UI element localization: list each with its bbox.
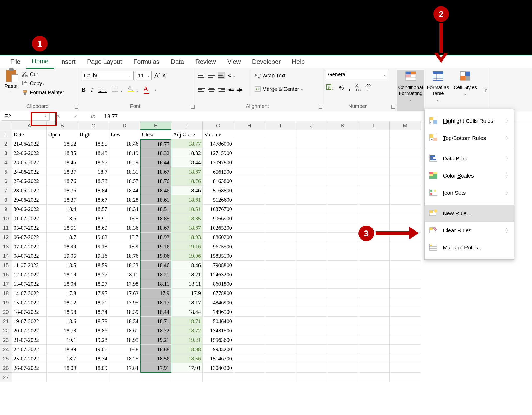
cell[interactable]: 18.67 (140, 167, 171, 176)
decrease-decimal-button[interactable]: .00.0 (365, 83, 371, 92)
cell[interactable]: 18.58 (47, 307, 78, 317)
row-header[interactable]: 2 (0, 139, 12, 148)
cell[interactable]: 21-07-2022 (12, 335, 47, 345)
cell[interactable]: 15-07-2022 (12, 298, 47, 307)
cell[interactable] (327, 298, 358, 307)
cell[interactable]: 22-06-2022 (12, 148, 47, 158)
cell[interactable] (390, 335, 421, 345)
cell[interactable] (265, 130, 296, 139)
col-header-H[interactable]: H (234, 121, 265, 130)
row-header[interactable]: 4 (0, 158, 12, 167)
tab-data[interactable]: Data (165, 55, 190, 68)
cell[interactable] (234, 205, 265, 214)
cell[interactable] (390, 261, 421, 270)
cell[interactable]: 18.71 (140, 317, 171, 326)
cell[interactable] (327, 158, 358, 167)
cell[interactable] (327, 167, 358, 176)
col-header-F[interactable]: F (171, 121, 203, 130)
cell[interactable] (296, 205, 327, 214)
cell[interactable] (296, 354, 327, 363)
cell[interactable] (296, 176, 327, 186)
cell[interactable]: 5126600 (203, 195, 234, 205)
cell[interactable]: 18.36 (109, 223, 140, 233)
cell[interactable] (390, 363, 421, 373)
cell[interactable] (390, 130, 421, 139)
cell[interactable] (171, 373, 203, 382)
row-header[interactable]: 25 (0, 354, 12, 363)
row-header[interactable]: 16 (0, 270, 12, 279)
cell[interactable] (296, 148, 327, 158)
cell[interactable] (358, 158, 390, 167)
cell[interactable]: 18.74 (78, 307, 109, 317)
cell[interactable]: 17.9 (171, 289, 203, 298)
cell[interactable]: 6778800 (203, 289, 234, 298)
cell[interactable]: 11-07-2022 (12, 261, 47, 270)
cell[interactable] (358, 326, 390, 335)
tab-formulas[interactable]: Formulas (128, 55, 165, 68)
cell[interactable]: 18.28 (109, 195, 140, 205)
percent-button[interactable]: % (339, 84, 344, 91)
cell[interactable]: 18.46 (140, 186, 171, 195)
cell[interactable] (327, 317, 358, 326)
cell[interactable]: 18.72 (140, 326, 171, 335)
cell[interactable] (47, 373, 78, 382)
cell[interactable]: 18.86 (78, 326, 109, 335)
cell[interactable] (265, 326, 296, 335)
align-center-button[interactable] (208, 86, 215, 93)
cell[interactable]: 18.37 (47, 167, 78, 176)
cell[interactable]: 28-06-2022 (12, 186, 47, 195)
cell[interactable]: Adj Close (171, 130, 203, 139)
tab-page-layout[interactable]: Page Layout (81, 55, 128, 68)
cell[interactable]: 18.67 (171, 223, 203, 233)
cell[interactable] (390, 354, 421, 363)
increase-decimal-button[interactable]: .0.00 (355, 83, 361, 92)
cell[interactable] (296, 139, 327, 148)
cell[interactable] (234, 270, 265, 279)
cell[interactable] (358, 186, 390, 195)
cell[interactable] (296, 363, 327, 373)
tab-help[interactable]: Help (286, 55, 310, 68)
cell[interactable] (265, 345, 296, 354)
cell[interactable] (390, 242, 421, 251)
cell[interactable]: 18.44 (140, 307, 171, 317)
cell[interactable]: 18.21 (78, 298, 109, 307)
cell[interactable] (327, 233, 358, 242)
col-header-K[interactable]: K (327, 121, 358, 130)
cell[interactable]: 18.52 (47, 139, 78, 148)
cell[interactable]: 18.77 (140, 139, 171, 148)
cell[interactable]: 18.7 (78, 167, 109, 176)
cell[interactable] (390, 345, 421, 354)
cell[interactable] (390, 251, 421, 261)
cell[interactable]: 19.06 (140, 251, 171, 261)
cell[interactable] (296, 158, 327, 167)
cell[interactable]: 21-06-2022 (12, 139, 47, 148)
row-header[interactable]: 18 (0, 289, 12, 298)
cell[interactable]: 8601800 (203, 279, 234, 289)
row-header[interactable]: 6 (0, 176, 12, 186)
cell[interactable] (390, 158, 421, 167)
row-header[interactable]: 22 (0, 326, 12, 335)
cell[interactable] (390, 139, 421, 148)
cell[interactable] (358, 345, 390, 354)
cell[interactable]: 18.11 (109, 270, 140, 279)
cell[interactable] (296, 186, 327, 195)
cell[interactable] (234, 195, 265, 205)
cell[interactable]: 18.88 (171, 345, 203, 354)
row-header[interactable]: 26 (0, 363, 12, 373)
accept-formula-button[interactable]: ✓ (74, 113, 78, 119)
cell[interactable]: 18.99 (47, 242, 78, 251)
cell[interactable]: 18.51 (171, 205, 203, 214)
cell[interactable] (358, 298, 390, 307)
cell[interactable] (327, 242, 358, 251)
shrink-font-button[interactable]: Aˇ (163, 72, 167, 79)
cell[interactable]: 18.56 (140, 354, 171, 363)
cell[interactable]: 07-07-2022 (12, 242, 47, 251)
cancel-formula-button[interactable]: ✕ (56, 113, 61, 119)
cell[interactable]: 18.17 (171, 298, 203, 307)
cell[interactable] (140, 373, 171, 382)
cell[interactable]: 18.51 (47, 223, 78, 233)
cell[interactable]: 18.32 (171, 148, 203, 158)
cell[interactable]: 13-07-2022 (12, 279, 47, 289)
cell[interactable] (234, 130, 265, 139)
cell[interactable] (358, 148, 390, 158)
